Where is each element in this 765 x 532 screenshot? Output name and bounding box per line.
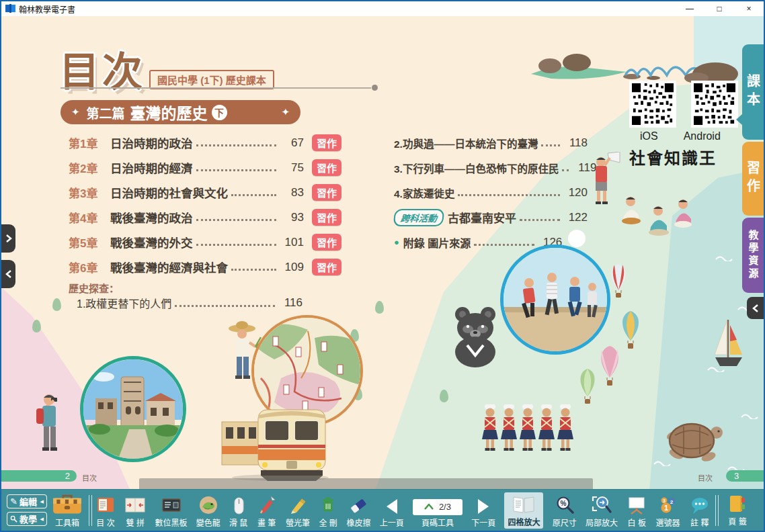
annotation-button[interactable]: 註 釋 [689, 494, 711, 528]
digital-blackboard-button[interactable]: 數位黑板 [155, 494, 188, 528]
toc-row-chapter3[interactable]: 第3章 日治時期的社會與文化 83 習作 [69, 180, 341, 205]
dual-page-icon [124, 496, 146, 515]
tab-workbook[interactable]: 習作 [742, 142, 764, 216]
pencil-icon: ✎ [10, 496, 17, 506]
tree-illustration [440, 390, 448, 402]
chapter-title: 戰後臺灣的經濟與社會 [110, 259, 228, 275]
edit-label: 編輯 [19, 495, 37, 508]
dot-leader [231, 263, 276, 271]
toc-folder-icon [95, 495, 116, 515]
chevron-left-icon [5, 269, 12, 279]
indigenous-dancers-illustration [480, 399, 581, 480]
toc-row-explore4[interactable]: 4.家族遷徙史 120 [394, 180, 588, 205]
workbook-badge[interactable]: 習作 [312, 259, 341, 275]
toc-row-chapter5[interactable]: 第5章 戰後臺灣的外交 101 習作 [69, 230, 341, 255]
tab-label: 教學資源 [746, 230, 760, 281]
toc-row-chapter4[interactable]: 第4章 戰後臺灣的政治 93 習作 [69, 205, 341, 230]
minimize-button[interactable]: — [675, 1, 704, 16]
photo-circle-dancing [500, 245, 610, 355]
number-picker-button[interactable]: 321 選號器 [655, 494, 680, 528]
toc-button[interactable]: 目 次 [95, 494, 116, 528]
dot-leader [520, 214, 560, 221]
whiteboard-button[interactable]: 白 板 [627, 494, 647, 528]
mic-icon [10, 515, 17, 523]
footer-label-left: 目次 [82, 472, 97, 483]
wave-illustration [741, 412, 758, 419]
four-grid-zoom-button[interactable]: 四格放大 [504, 492, 543, 529]
panel-expand-button[interactable] [1, 224, 15, 253]
eraser-button[interactable]: 橡皮擦 [346, 494, 370, 528]
chameleon-button[interactable]: 變色龍 [196, 494, 220, 528]
chapter-number: 第4章 [69, 209, 110, 226]
svg-text:1: 1 [664, 504, 668, 512]
section-banner: ✦ 第二篇 臺灣的歷史 下 ✦ [61, 100, 300, 124]
star-icon: ✦ [281, 106, 290, 118]
toc-row-chapter6[interactable]: 第6章 戰後臺灣的經濟與社會 109 習作 [69, 255, 341, 279]
dot-leader [562, 164, 569, 171]
chapter-title: 日治時期的政治 [110, 134, 193, 151]
item-page: 120 [563, 186, 588, 200]
chapter-number: 第5章 [69, 234, 110, 251]
next-page-button[interactable]: 下一頁 [471, 494, 495, 528]
maximize-button[interactable]: □ [704, 1, 734, 16]
whiteboard-icon [627, 495, 647, 515]
cross-activity-label: 古都臺南安平 [448, 209, 516, 226]
digital-blackboard-icon [161, 496, 182, 515]
qr-zone: iOS Android 社會知識王 [629, 81, 748, 169]
close-button[interactable]: × [734, 1, 764, 16]
dual-page-button[interactable]: 雙 拼 [124, 494, 146, 528]
workbook-badge[interactable]: 習作 [312, 234, 341, 251]
toc-chapter-list: 第1章 日治時期的政治 67 習作 第2章 日治時期的經濟 75 習作 第3章 … [69, 130, 341, 279]
tab-teaching-resources[interactable]: 教學資源 [742, 218, 764, 293]
edit-mode-button[interactable]: ✎ 編輯 ◀ [7, 494, 47, 508]
bullet-icon: ● [394, 237, 399, 247]
toc-row-explore2[interactable]: 2.功與過——日本統治下的臺灣 118 [394, 130, 588, 155]
sitting-people-illustration [620, 189, 698, 251]
workbook-badge[interactable]: 習作 [312, 159, 341, 176]
toc-row-explore1[interactable]: 1.政權更替下的人們 116 [77, 293, 303, 313]
magnifier-percent-icon: % [555, 495, 575, 515]
chevron-left-icon [752, 304, 759, 313]
expander-icon: ◀ [40, 517, 44, 522]
eraser-icon [348, 496, 368, 515]
dot-leader [474, 238, 534, 246]
highlighter-button[interactable]: 螢光筆 [286, 494, 310, 528]
mouse-button[interactable]: 滑 鼠 [229, 494, 247, 528]
toc-row-explore3[interactable]: 3.下行列車——白色恐怖下的原住民 119 [394, 155, 588, 180]
toolbar-separator [715, 495, 719, 526]
page-number-tool[interactable]: 2/3 頁碼工具 [413, 494, 462, 528]
workbook-badge[interactable]: 習作 [312, 209, 341, 226]
tab-label: 習作 [743, 161, 763, 197]
page-indicator-box[interactable]: 2/3 [413, 499, 462, 515]
toc-row-chapter1[interactable]: 第1章 日治時期的政治 67 習作 [69, 130, 341, 155]
toc-right-list: 2.功與過——日本統治下的臺灣 118 3.下行列車——白色恐怖下的原住民 11… [394, 130, 588, 255]
original-size-button[interactable]: % 原尺寸 [553, 494, 577, 528]
svg-text:%: % [560, 500, 566, 507]
explore-item-label: 1.政權更替下的人們 [77, 295, 171, 311]
appendix-label: 附錄 圖片來源 [403, 234, 471, 251]
chapter-page: 83 [280, 186, 304, 200]
app-logo-icon [5, 4, 15, 13]
prev-page-icon [384, 498, 400, 515]
toc-row-cross-activity[interactable]: 跨科活動 古都臺南安平 122 [394, 205, 588, 230]
prev-page-button[interactable]: 上一頁 [380, 494, 404, 528]
sidebar-collapse-button[interactable] [747, 297, 764, 319]
delete-all-button[interactable]: 全 刪 [319, 494, 337, 528]
pen-button[interactable]: 畫 筆 [257, 494, 277, 528]
workbook-badge[interactable]: 習作 [312, 184, 341, 201]
toc-row-chapter2[interactable]: 第2章 日治時期的經濟 75 習作 [69, 155, 341, 180]
chapter-title: 日治時期的經濟 [110, 159, 193, 176]
tab-textbook[interactable]: 課本 [742, 44, 764, 140]
page-number: 3 [734, 471, 739, 481]
workbook-badge[interactable]: 習作 [312, 134, 341, 151]
item-label: 4.家族遷徙史 [394, 185, 454, 200]
panel-collapse-button[interactable] [1, 260, 15, 288]
explore-item-page: 116 [278, 296, 303, 310]
page-tabs-button[interactable]: 頁 籤 [727, 492, 748, 527]
toolbox-button[interactable]: 工具箱 [50, 492, 85, 528]
partial-zoom-button[interactable]: 局部放大 [586, 494, 618, 528]
dot-leader [231, 189, 276, 196]
chevron-right-icon [5, 234, 12, 243]
teach-mode-button[interactable]: 教學 ◀ [7, 512, 47, 526]
divider-dot [372, 85, 378, 91]
